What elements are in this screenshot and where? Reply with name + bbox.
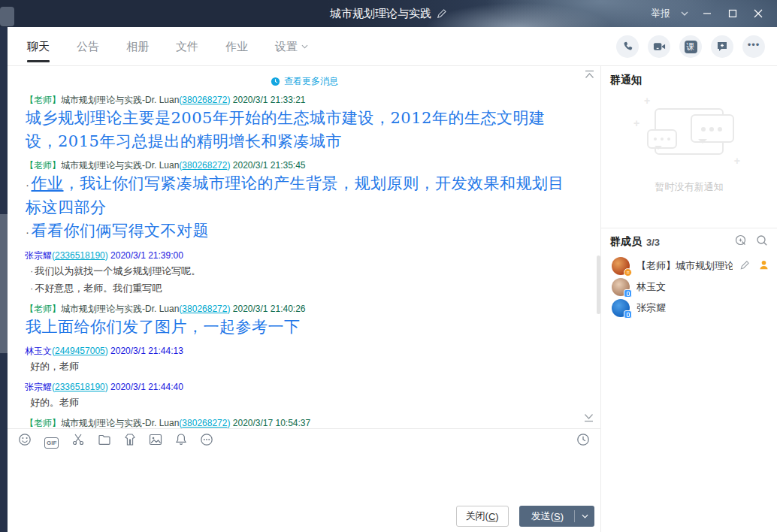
mobile-badge-icon bbox=[624, 310, 632, 319]
bell-icon[interactable] bbox=[175, 433, 187, 449]
message-time: 2020/3/1 21:33:21 bbox=[233, 95, 306, 105]
sender-name: 林玉文 bbox=[25, 346, 52, 356]
bullet: · bbox=[26, 178, 30, 191]
sender-id-link[interactable]: 380268272 bbox=[182, 95, 227, 105]
avatar: ≡ bbox=[612, 257, 630, 275]
new-post-icon[interactable] bbox=[711, 35, 733, 58]
class-glyph: 课 bbox=[685, 41, 697, 53]
chat-scrollbar[interactable] bbox=[597, 255, 600, 314]
chat-message: 林玉文(2449457005) 2020/3/1 21:44:13好的，老师 bbox=[8, 345, 601, 375]
background-window-button[interactable] bbox=[0, 7, 14, 26]
class-icon[interactable]: 课 bbox=[679, 35, 702, 58]
message-header: 【老师】城市规划理论与实践-Dr. Luan(380268272) 2020/3… bbox=[8, 94, 601, 107]
teacher-tag: 【老师】 bbox=[25, 304, 61, 314]
search-member-icon[interactable] bbox=[756, 234, 768, 249]
tab-label: 作业 bbox=[225, 40, 248, 54]
message-input[interactable] bbox=[8, 452, 600, 500]
message-text: ·作业，我让你们写紧凑城市理论的产生背景，规划原则，开发效果和规划目标这四部分 bbox=[8, 172, 601, 219]
bullet: · bbox=[30, 265, 33, 277]
scroll-to-top-button[interactable] bbox=[584, 69, 595, 83]
titlebar: 城市规划理论与实践 举报 bbox=[0, 0, 777, 27]
message-time: 2020/3/1 21:44:40 bbox=[110, 382, 183, 392]
tab-label: 文件 bbox=[176, 40, 198, 54]
send-options-dropdown[interactable] bbox=[575, 506, 594, 527]
close-chat-button[interactable]: 关闭(C) bbox=[456, 506, 509, 527]
image-icon[interactable] bbox=[149, 434, 162, 449]
chat-message: 张宗耀(2336518190) 2020/3/1 21:39:00·我们以为就找… bbox=[8, 249, 601, 297]
maximize-button[interactable] bbox=[721, 4, 744, 23]
member-row[interactable]: 张宗耀 bbox=[601, 298, 777, 319]
close-button[interactable] bbox=[747, 4, 769, 23]
tab-公告[interactable]: 公告 bbox=[77, 27, 99, 66]
member-name: 张宗耀 bbox=[636, 301, 666, 315]
tab-设置[interactable]: 设置 bbox=[275, 27, 308, 66]
invite-member-icon[interactable] bbox=[735, 234, 747, 249]
bullet: · bbox=[26, 225, 30, 238]
chat-message: 【老师】城市规划理论与实践-Dr. Luan(380268272) 2020/3… bbox=[8, 94, 601, 153]
tab-label: 设置 bbox=[275, 40, 298, 54]
footer-buttons: 关闭(C) 发送(S) bbox=[8, 500, 600, 532]
tab-文件[interactable]: 文件 bbox=[176, 27, 198, 66]
tab-聊天[interactable]: 聊天 bbox=[27, 27, 50, 66]
report-button[interactable]: 举报 bbox=[648, 7, 673, 20]
gif-icon[interactable]: GIF bbox=[44, 434, 59, 448]
sender-id-link[interactable]: 2336518190 bbox=[55, 250, 105, 261]
send-button[interactable]: 发送(S) bbox=[519, 506, 574, 527]
voice-call-icon[interactable] bbox=[616, 35, 639, 58]
edit-card-icon[interactable] bbox=[739, 259, 751, 274]
message-time: 2020/3/1 21:35:45 bbox=[233, 160, 306, 171]
more-dots: ••• bbox=[748, 40, 760, 54]
sender-name: 城市规划理论与实践-Dr. Luan bbox=[61, 304, 179, 314]
background-window-edge bbox=[0, 0, 8, 532]
empty-notice-illustration: + + + bbox=[644, 104, 734, 164]
chat-message: 【老师】城市规划理论与实践-Dr. Luan(380268272) 2020/3… bbox=[8, 159, 601, 243]
chat-column: 查看更多消息 【老师】城市规划理论与实践-Dr. Luan(380268272)… bbox=[8, 66, 601, 532]
message-list[interactable]: 查看更多消息 【老师】城市规划理论与实践-Dr. Luan(380268272)… bbox=[8, 66, 601, 428]
teacher-tag: 【老师】 bbox=[25, 95, 61, 105]
scroll-to-bottom-button[interactable] bbox=[583, 412, 594, 425]
chat-message: 【老师】城市规划理论与实践-Dr. Luan(380268272) 2020/3… bbox=[8, 417, 601, 428]
avatar bbox=[612, 278, 630, 296]
load-more-messages-link[interactable]: 查看更多消息 bbox=[8, 75, 601, 88]
gif-label: GIF bbox=[44, 437, 59, 449]
edit-title-icon[interactable] bbox=[437, 8, 447, 19]
message-text: 城乡规划理论主要是2005年开始的生态城市建设，2012年的生态文明建设，201… bbox=[8, 107, 601, 153]
tab-作业[interactable]: 作业 bbox=[225, 27, 248, 66]
chevron-down-icon[interactable] bbox=[676, 4, 693, 23]
window-title: 城市规划理论与实践 bbox=[330, 7, 431, 21]
more-options-icon[interactable] bbox=[200, 433, 213, 449]
sender-id-link[interactable]: 2449457005 bbox=[55, 346, 105, 356]
member-row[interactable]: 林玉文 bbox=[601, 277, 777, 298]
sender-name: 张宗耀 bbox=[25, 382, 52, 392]
group-notice-title: 群通知 bbox=[601, 66, 777, 87]
screenshot-icon[interactable] bbox=[71, 433, 85, 449]
message-time: 2020/3/17 10:54:37 bbox=[233, 418, 310, 428]
tab-label: 聊天 bbox=[27, 40, 50, 54]
message-history-icon[interactable] bbox=[576, 433, 590, 449]
sender-id-link[interactable]: 380268272 bbox=[182, 418, 227, 428]
admin-person-icon bbox=[758, 259, 769, 274]
folder-icon[interactable] bbox=[98, 434, 111, 449]
sender-name: 城市规划理论与实践-Dr. Luan bbox=[61, 95, 179, 105]
teacher-tag: 【老师】 bbox=[25, 418, 61, 428]
sender-id-link[interactable]: 380268272 bbox=[182, 160, 227, 171]
avatar bbox=[612, 299, 630, 317]
member-row[interactable]: ≡【老师】城市规划理论与实践-Dr. Luan bbox=[601, 255, 777, 277]
input-toolbar: GIF bbox=[8, 428, 600, 452]
anonymous-icon[interactable] bbox=[124, 433, 136, 449]
message-inline-link[interactable]: 作业 bbox=[32, 174, 64, 192]
tab-相册[interactable]: 相册 bbox=[126, 27, 149, 66]
more-icon[interactable]: ••• bbox=[742, 35, 765, 58]
video-call-icon[interactable] bbox=[648, 35, 670, 58]
message-time: 2020/3/1 21:44:13 bbox=[110, 346, 183, 356]
message-text: ·不好意思，老师。我们重写吧 bbox=[8, 280, 601, 297]
panel-divider bbox=[601, 228, 777, 228]
group-members-title: 群成员 bbox=[601, 235, 642, 249]
owner-badge-icon: ≡ bbox=[624, 268, 632, 277]
sender-name: 城市规划理论与实践-Dr. Luan bbox=[61, 418, 179, 428]
minimize-button[interactable] bbox=[696, 4, 718, 23]
chat-window: 聊天公告相册文件作业设置 课••• 查看更多消息 【老师】城市规划理论与实践-D… bbox=[8, 27, 777, 532]
sender-id-link[interactable]: 2336518190 bbox=[55, 382, 105, 392]
emoji-icon[interactable] bbox=[18, 433, 32, 449]
sender-id-link[interactable]: 380268272 bbox=[182, 304, 227, 314]
